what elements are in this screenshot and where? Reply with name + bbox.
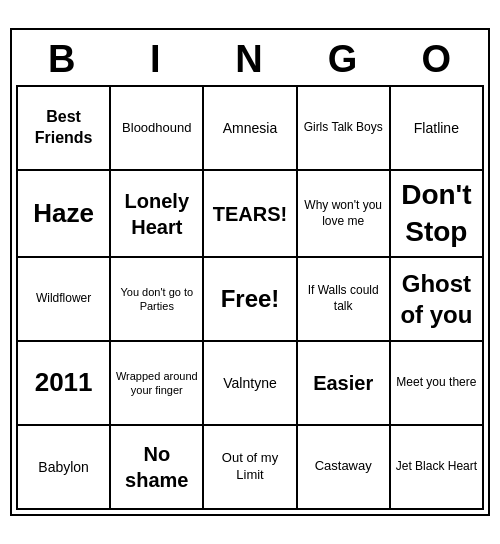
cell-22[interactable]: Out of my Limit bbox=[204, 426, 297, 510]
cell-4[interactable]: Flatline bbox=[391, 87, 484, 171]
header-g: G bbox=[297, 34, 391, 85]
cell-2[interactable]: Amnesia bbox=[204, 87, 297, 171]
cell-12-free[interactable]: Free! bbox=[204, 258, 297, 342]
cell-6[interactable]: LonelyHeart bbox=[111, 171, 204, 258]
header-o: O bbox=[390, 34, 484, 85]
header-b: B bbox=[16, 34, 110, 85]
bingo-grid: BestFriends Bloodhound Amnesia Girls Tal… bbox=[16, 85, 484, 510]
bingo-header: B I N G O bbox=[16, 34, 484, 85]
cell-15[interactable]: 2011 bbox=[18, 342, 111, 426]
cell-16[interactable]: Wrapped around your finger bbox=[111, 342, 204, 426]
cell-19[interactable]: Meet you there bbox=[391, 342, 484, 426]
cell-18[interactable]: Easier bbox=[298, 342, 391, 426]
cell-13[interactable]: If Walls could talk bbox=[298, 258, 391, 342]
cell-3[interactable]: Girls Talk Boys bbox=[298, 87, 391, 171]
bingo-card: B I N G O BestFriends Bloodhound Amnesia… bbox=[10, 28, 490, 516]
cell-24[interactable]: Jet Black Heart bbox=[391, 426, 484, 510]
cell-1[interactable]: Bloodhound bbox=[111, 87, 204, 171]
cell-23[interactable]: Castaway bbox=[298, 426, 391, 510]
cell-8[interactable]: Why won't you love me bbox=[298, 171, 391, 258]
header-n: N bbox=[203, 34, 297, 85]
cell-11[interactable]: You don't go to Parties bbox=[111, 258, 204, 342]
cell-17[interactable]: Valntyne bbox=[204, 342, 297, 426]
cell-5[interactable]: Haze bbox=[18, 171, 111, 258]
cell-9[interactable]: Don'tStop bbox=[391, 171, 484, 258]
cell-0[interactable]: BestFriends bbox=[18, 87, 111, 171]
cell-7[interactable]: TEARS! bbox=[204, 171, 297, 258]
header-i: I bbox=[110, 34, 204, 85]
cell-20[interactable]: Babylon bbox=[18, 426, 111, 510]
cell-10[interactable]: Wildflower bbox=[18, 258, 111, 342]
cell-21[interactable]: Noshame bbox=[111, 426, 204, 510]
cell-14[interactable]: Ghostof you bbox=[391, 258, 484, 342]
